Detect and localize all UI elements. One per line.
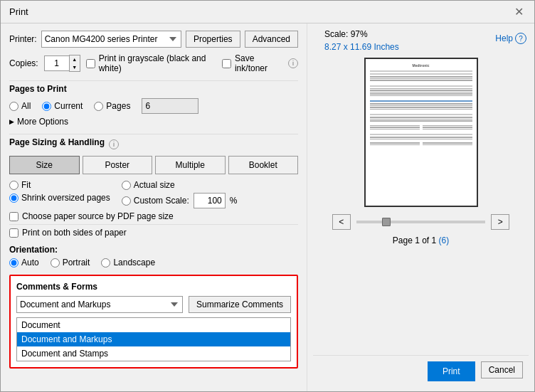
preview-text-col1-2	[370, 127, 420, 128]
preview-text-4	[370, 88, 472, 90]
printer-label: Printer:	[9, 34, 37, 44]
page-sizing-title: Page Sizing & Handling	[9, 137, 105, 147]
sizing-right-col: Actual size Custom Scale: %	[122, 180, 238, 208]
preview-text-13	[370, 117, 472, 118]
preview-text-17	[370, 139, 472, 140]
next-page-button[interactable]: >	[491, 214, 509, 230]
comments-controls: Document and Markups Summarize Comments	[16, 296, 291, 313]
page-count-link[interactable]: (6)	[439, 235, 450, 245]
comments-dropdown[interactable]: Document and Markups	[16, 296, 183, 313]
spinner-up[interactable]: ▲	[70, 55, 80, 63]
current-radio-label[interactable]: Current	[42, 101, 83, 111]
preview-text-3	[370, 80, 472, 81]
print-button[interactable]: Print	[428, 361, 475, 381]
divider-3	[9, 224, 298, 225]
auto-radio-label[interactable]: Auto	[9, 258, 39, 267]
preview-text-8	[370, 95, 472, 97]
title-bar: Print ✕	[1, 1, 534, 23]
printer-select[interactable]: Canon MG4200 series Printer	[41, 31, 181, 48]
pages-radio[interactable]	[94, 102, 103, 111]
custom-scale-radio-label[interactable]: Custom Scale:	[122, 196, 189, 206]
more-options[interactable]: ▶ More Options	[9, 117, 298, 127]
choose-paper-checkbox[interactable]	[9, 212, 18, 221]
right-panel: Scale: 97% 8.27 x 11.69 Inches Medtronic	[307, 23, 534, 392]
divider-2	[9, 134, 298, 134]
save-ink-text: Save ink/toner	[235, 53, 282, 73]
fit-radio-text: Fit	[21, 180, 31, 190]
preview-text-col2-2	[423, 127, 472, 128]
summarize-comments-button[interactable]: Summarize Comments	[189, 296, 291, 313]
auto-radio[interactable]	[9, 258, 18, 267]
preview-line-5	[370, 134, 472, 135]
save-ink-info-icon[interactable]: i	[288, 58, 298, 68]
save-ink-checkbox[interactable]	[222, 59, 231, 68]
preview-text-2	[370, 78, 472, 80]
grayscale-label[interactable]: Print in grayscale (black and white)	[86, 53, 216, 73]
page-sizing-info-icon[interactable]: i	[109, 139, 119, 149]
save-ink-label[interactable]: Save ink/toner	[222, 53, 282, 73]
preview-text-b2	[370, 144, 420, 146]
landscape-radio-label[interactable]: Landscape	[101, 258, 155, 267]
tab-booklet[interactable]: Booklet	[228, 156, 299, 174]
copies-input[interactable]: 1	[44, 55, 69, 71]
dropdown-item-markups[interactable]: Document and Markups	[17, 332, 290, 346]
preview-text-10	[370, 105, 472, 107]
custom-scale-input[interactable]	[194, 193, 226, 208]
cancel-button[interactable]: Cancel	[481, 361, 523, 378]
preview-text-6	[370, 92, 472, 93]
custom-scale-radio[interactable]	[122, 196, 131, 206]
choose-paper-text: Choose paper source by PDF page size	[22, 211, 174, 221]
close-button[interactable]: ✕	[512, 5, 526, 19]
tab-poster[interactable]: Poster	[83, 156, 153, 174]
help-link[interactable]: Help ?	[495, 33, 526, 44]
shrink-radio-text: Shrink oversized pages	[21, 193, 110, 203]
page-slider[interactable]	[356, 221, 486, 223]
preview-text-b3	[423, 142, 472, 144]
dropdown-item-stamps[interactable]: Document and Stamps	[17, 346, 290, 361]
pages-radio-label[interactable]: Pages	[94, 101, 130, 111]
spinner-down[interactable]: ▼	[70, 63, 80, 71]
landscape-radio[interactable]	[101, 258, 110, 267]
help-area: Help ?	[495, 33, 526, 44]
portrait-radio-text: Portrait	[63, 258, 90, 267]
properties-button[interactable]: Properties	[186, 31, 240, 48]
sizing-left-col: Fit Shrink oversized pages	[9, 180, 110, 208]
pages-input[interactable]	[142, 98, 198, 114]
tab-size[interactable]: Size	[9, 156, 80, 174]
shrink-radio[interactable]	[9, 194, 18, 203]
orientation-row: Auto Portrait Landscape	[9, 258, 298, 267]
all-radio-label[interactable]: All	[9, 101, 31, 111]
custom-scale-row: Custom Scale: %	[122, 193, 238, 208]
all-radio[interactable]	[9, 102, 18, 111]
tab-row: Size Poster Multiple Booklet	[9, 156, 298, 174]
current-radio[interactable]	[42, 102, 51, 111]
preview-company: Medtronic	[370, 63, 472, 68]
preview-line-1	[370, 70, 472, 72]
triangle-icon: ▶	[9, 118, 14, 125]
copies-label: Copies:	[9, 58, 38, 68]
preview-text-1	[370, 76, 472, 78]
actual-size-radio-label[interactable]: Actual size	[122, 180, 238, 190]
copies-spinner: 1 ▲ ▼	[44, 55, 80, 72]
portrait-radio[interactable]	[51, 258, 60, 267]
actual-size-radio[interactable]	[122, 181, 131, 190]
grayscale-checkbox[interactable]	[86, 59, 95, 68]
tab-multiple[interactable]: Multiple	[155, 156, 226, 174]
preview-text-col2-3	[423, 129, 472, 130]
scale-info: Scale: 97%	[324, 29, 523, 39]
nav-row: < >	[329, 214, 513, 230]
fit-radio[interactable]	[9, 181, 18, 190]
portrait-radio-label[interactable]: Portrait	[51, 258, 90, 267]
landscape-radio-text: Landscape	[113, 258, 155, 267]
print-dialog: Print ✕ Printer: Canon MG4200 series Pri…	[0, 0, 535, 392]
shrink-radio-label[interactable]: Shrink oversized pages	[9, 193, 110, 203]
fit-radio-label[interactable]: Fit	[9, 180, 110, 190]
copies-row: Copies: 1 ▲ ▼ Print in grayscale (black …	[9, 53, 298, 73]
both-sides-checkbox[interactable]	[9, 228, 18, 238]
page-info-text: Page 1 of 1	[393, 235, 439, 245]
pages-radio-row: All Current Pages	[9, 98, 298, 114]
dropdown-item-document[interactable]: Document	[17, 318, 290, 332]
divider-1	[9, 80, 298, 81]
advanced-button[interactable]: Advanced	[245, 31, 298, 48]
prev-page-button[interactable]: <	[332, 214, 351, 230]
